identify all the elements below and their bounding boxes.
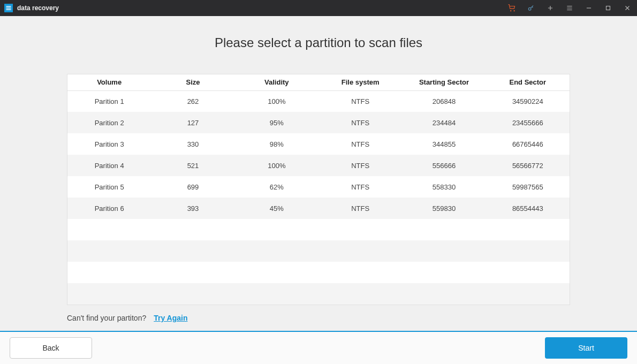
cell-start_sector: 558330 [402,176,486,198]
table-row[interactable]: Parition 212795%NTFS23448423455666 [67,112,570,133]
cell-volume: Parition 2 [67,112,151,133]
col-start-sector: Starting Sector [402,74,486,90]
cell-validity: 62% [235,176,318,198]
hint-text: Can't find your partiton? [67,314,146,322]
svg-point-4 [514,11,514,11]
cell-validity: 100% [235,155,318,176]
table-row[interactable]: Parition 1262100%NTFS20684834590224 [67,90,570,112]
cell-end_sector: 86554443 [486,198,570,219]
svg-rect-1 [6,7,11,9]
start-button[interactable]: Start [545,337,627,359]
try-again-link[interactable]: Try Again [154,314,187,322]
cell-filesystem: NTFS [318,176,402,198]
cell-size: 393 [151,198,234,219]
cell-filesystem: NTFS [318,112,402,133]
col-filesystem: File system [318,74,402,90]
svg-rect-2 [6,9,11,10]
cell-end_sector: 56566772 [486,155,570,176]
cell-size: 262 [151,90,234,112]
table-row-empty [67,283,570,305]
cell-size: 330 [151,133,234,155]
cell-volume: Parition 6 [67,198,151,219]
svg-point-5 [528,7,531,10]
cell-start_sector: 556666 [402,155,486,176]
table-row[interactable]: Parition 4521100%NTFS55666656566772 [67,155,570,176]
cell-end_sector: 66765446 [486,133,570,155]
maximize-icon[interactable] [598,0,618,16]
cart-icon[interactable] [502,0,521,16]
menu-icon[interactable] [560,0,579,16]
cell-volume: Parition 5 [67,176,151,198]
minimize-icon[interactable] [579,0,598,16]
table-row-empty [67,240,570,262]
cell-volume: Parition 4 [67,155,151,176]
cell-size: 521 [151,155,234,176]
table-row-empty [67,262,570,283]
table-header-row: Volume Size Validity File system Startin… [67,74,570,90]
cell-volume: Parition 3 [67,133,151,155]
back-button[interactable]: Back [10,337,92,359]
svg-point-3 [511,11,511,11]
key-icon[interactable] [521,0,541,16]
cell-validity: 100% [235,90,318,112]
app-logo-icon [4,4,13,12]
table-row[interactable]: Parition 569962%NTFS55833059987565 [67,176,570,198]
partition-table: Volume Size Validity File system Startin… [67,74,570,305]
cell-filesystem: NTFS [318,133,402,155]
cell-validity: 45% [235,198,318,219]
table-row[interactable]: Parition 639345%NTFS55983086554443 [67,198,570,219]
cell-size: 699 [151,176,234,198]
cell-start_sector: 344855 [402,133,486,155]
hint-row: Can't find your partiton? Try Again [67,314,570,322]
col-validity: Validity [235,74,318,90]
main-content: Please select a partition to scan files … [0,16,637,331]
cell-size: 127 [151,112,234,133]
svg-rect-0 [6,6,11,7]
plus-icon[interactable] [541,0,560,16]
app-title: data recovery [17,4,59,12]
titlebar: data recovery [0,0,637,16]
table-row-empty [67,219,570,240]
partition-table-wrap: Volume Size Validity File system Startin… [67,74,570,305]
table-row[interactable]: Parition 333098%NTFS34485566765446 [67,133,570,155]
cell-start_sector: 234484 [402,112,486,133]
col-volume: Volume [67,74,151,90]
footer-bar: Back Start [0,331,637,364]
col-end-sector: End Sector [486,74,570,90]
cell-filesystem: NTFS [318,90,402,112]
cell-end_sector: 23455666 [486,112,570,133]
svg-rect-6 [606,6,610,10]
cell-volume: Parition 1 [67,90,151,112]
cell-start_sector: 559830 [402,198,486,219]
cell-validity: 98% [235,133,318,155]
cell-end_sector: 59987565 [486,176,570,198]
page-heading: Please select a partition to scan files [32,35,605,50]
cell-start_sector: 206848 [402,90,486,112]
cell-end_sector: 34590224 [486,90,570,112]
close-icon[interactable] [618,0,637,16]
cell-filesystem: NTFS [318,155,402,176]
titlebar-right [502,0,637,16]
cell-filesystem: NTFS [318,198,402,219]
col-size: Size [151,74,234,90]
titlebar-left: data recovery [4,4,59,12]
cell-validity: 95% [235,112,318,133]
